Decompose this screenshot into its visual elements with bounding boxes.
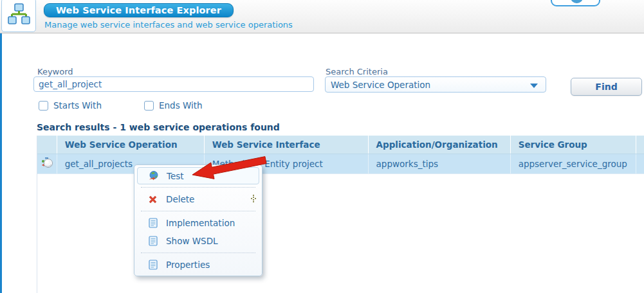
page-title: Web Service Interface Explorer bbox=[44, 3, 234, 17]
cell-spacer bbox=[636, 154, 644, 173]
row-icon-cell bbox=[37, 154, 57, 173]
table-header-row: Web Service Operation Web Service Interf… bbox=[37, 136, 644, 154]
search-criteria-select[interactable]: Web Service Operation bbox=[325, 76, 546, 93]
search-results-summary: Search results - 1 web service operation… bbox=[37, 122, 280, 132]
column-header-application[interactable]: Application/Organization bbox=[368, 136, 510, 154]
collapse-panel-button[interactable] bbox=[551, 0, 600, 6]
collapse-grip-icon bbox=[571, 0, 583, 3]
column-header-operation[interactable]: Web Service Operation bbox=[57, 136, 204, 154]
menu-item-label: Properties bbox=[166, 260, 210, 270]
keyword-input[interactable] bbox=[33, 76, 314, 92]
document-icon bbox=[147, 218, 158, 229]
globe-test-icon bbox=[148, 170, 159, 181]
web-service-interface-explorer-window: Web Service Interface Explorer Manage we… bbox=[0, 0, 644, 293]
column-header-interface[interactable]: Web Service Interface bbox=[204, 136, 368, 154]
find-button[interactable]: Find bbox=[571, 78, 642, 96]
sitemap-icon bbox=[6, 2, 31, 29]
search-criteria-value: Web Service Operation bbox=[331, 80, 430, 90]
table-row[interactable]: get_all_projects Method Set Entity proje… bbox=[37, 154, 644, 174]
frame-left-border bbox=[0, 33, 2, 293]
cell-application[interactable]: appworks_tips bbox=[368, 154, 510, 173]
column-header-service-group[interactable]: Service Group bbox=[510, 136, 636, 154]
menu-item-test[interactable]: Test bbox=[137, 167, 259, 184]
document-icon bbox=[147, 260, 158, 271]
menu-item-implementation[interactable]: Implementation bbox=[134, 214, 262, 232]
ends-with-checkbox[interactable]: Ends With bbox=[144, 100, 203, 111]
menu-separator bbox=[141, 253, 255, 253]
cell-service-group[interactable]: appserver_service_group bbox=[510, 154, 636, 173]
menu-item-delete[interactable]: Delete bbox=[134, 190, 262, 208]
results-table: Web Service Operation Web Service Interf… bbox=[37, 136, 644, 293]
app-icon-box bbox=[1, 0, 36, 32]
menu-item-label: Implementation bbox=[166, 218, 235, 228]
page-subtitle: Manage web service interfaces and web se… bbox=[44, 20, 293, 30]
menu-item-show-wsdl[interactable]: Show WSDL bbox=[134, 232, 262, 250]
menu-item-label: Delete bbox=[166, 194, 194, 204]
menu-separator bbox=[141, 187, 255, 188]
submenu-dots-icon bbox=[250, 194, 257, 205]
delete-x-icon bbox=[147, 194, 158, 205]
ends-with-label: Ends With bbox=[159, 100, 203, 111]
web-service-operation-icon bbox=[40, 156, 54, 172]
menu-item-label: Test bbox=[167, 171, 184, 181]
icon-column-header bbox=[37, 136, 57, 154]
menu-item-label: Show WSDL bbox=[166, 236, 218, 246]
menu-item-properties[interactable]: Properties bbox=[134, 256, 262, 274]
keyword-label: Keyword bbox=[37, 67, 73, 76]
document-icon bbox=[147, 236, 158, 247]
checkbox-icon[interactable] bbox=[39, 101, 48, 111]
context-menu: Test Delete bbox=[134, 164, 262, 276]
page-title-text: Web Service Interface Explorer bbox=[56, 5, 221, 15]
column-header-spacer bbox=[636, 136, 644, 154]
starts-with-checkbox[interactable]: Starts With bbox=[39, 100, 102, 111]
starts-with-label: Starts With bbox=[53, 100, 102, 111]
search-criteria-label: Search Criteria bbox=[326, 67, 388, 76]
chevron-down-icon bbox=[530, 84, 538, 88]
header-bar: Web Service Interface Explorer Manage we… bbox=[0, 0, 644, 33]
menu-separator bbox=[141, 211, 255, 211]
checkbox-icon[interactable] bbox=[144, 101, 154, 111]
